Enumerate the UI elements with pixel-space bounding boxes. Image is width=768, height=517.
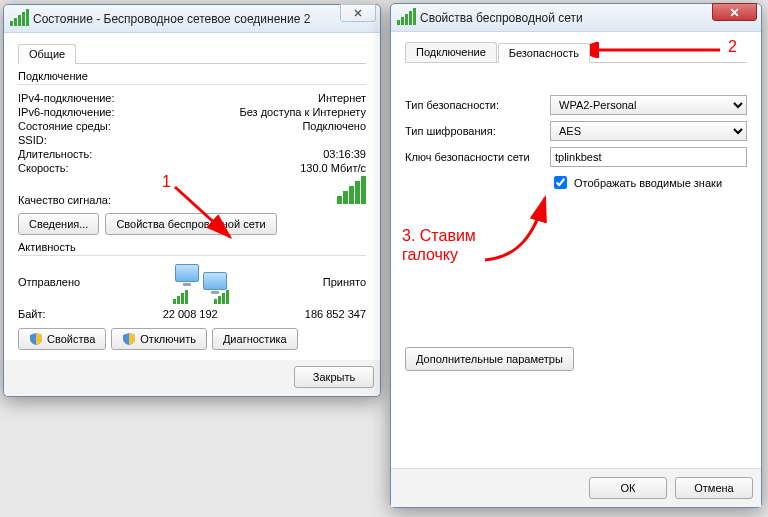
shield-icon: [29, 332, 43, 346]
activity-icon: [171, 262, 231, 302]
signal-bars-icon: [337, 176, 366, 206]
shield-icon: [122, 332, 136, 346]
row-signal: Качество сигнала:: [18, 175, 366, 207]
network-key-input[interactable]: [550, 147, 747, 167]
properties-button[interactable]: Свойства: [18, 328, 106, 350]
received-label: Принято: [323, 276, 366, 288]
diagnose-button[interactable]: Диагностика: [212, 328, 298, 350]
tab-connection[interactable]: Подключение: [405, 42, 497, 62]
status-titlebar[interactable]: Состояние - Беспроводное сетевое соедине…: [4, 5, 380, 33]
bytes-label: Байт:: [18, 308, 46, 320]
security-type-label: Тип безопасности:: [405, 99, 550, 111]
sent-bytes: 22 008 192: [163, 308, 218, 320]
section-activity-title: Активность: [18, 241, 366, 253]
properties-window: Свойства беспроводной сети Подключение Б…: [390, 3, 762, 508]
encryption-type-select[interactable]: AES: [550, 121, 747, 141]
ipv4-label: IPv4-подключение:: [18, 92, 115, 104]
media-label: Состояние среды:: [18, 120, 111, 132]
section-connection-title: Подключение: [18, 70, 366, 82]
tab-general[interactable]: Общие: [18, 44, 76, 64]
status-title: Состояние - Беспроводное сетевое соедине…: [33, 12, 310, 26]
properties-tabs: Подключение Безопасность: [405, 42, 747, 63]
row-speed: Скорость: 130.0 Мбит/с: [18, 161, 366, 175]
details-button[interactable]: Сведения...: [18, 213, 99, 235]
row-network-key: Ключ безопасности сети: [405, 147, 747, 167]
row-ssid: SSID:: [18, 133, 366, 147]
ssid-label: SSID:: [18, 134, 47, 146]
ipv6-label: IPv6-подключение:: [18, 106, 115, 118]
row-duration: Длительность: 03:16:39: [18, 147, 366, 161]
show-chars-checkbox[interactable]: [554, 176, 567, 189]
close-button[interactable]: Закрыть: [294, 366, 374, 388]
disable-button[interactable]: Отключить: [111, 328, 207, 350]
sent-label: Отправлено: [18, 276, 80, 288]
recv-bytes: 186 852 347: [305, 308, 366, 320]
cancel-button[interactable]: Отмена: [675, 477, 753, 499]
status-tabs: Общие: [18, 43, 366, 64]
security-type-select[interactable]: WPA2-Personal: [550, 95, 747, 115]
row-encryption-type: Тип шифрования: AES: [405, 121, 747, 141]
ipv6-value: Без доступа к Интернету: [239, 106, 366, 118]
speed-label: Скорость:: [18, 162, 69, 174]
speed-value: 130.0 Мбит/с: [300, 162, 366, 174]
wifi-icon: [10, 9, 29, 28]
wifi-properties-button[interactable]: Свойства беспроводной сети: [105, 213, 276, 235]
row-show-chars: Отображать вводимые знаки: [550, 173, 747, 192]
ipv4-value: Интернет: [318, 92, 366, 104]
media-value: Подключено: [302, 120, 366, 132]
row-ipv6: IPv6-подключение: Без доступа к Интернет…: [18, 105, 366, 119]
wifi-icon: [397, 8, 416, 27]
status-window: Состояние - Беспроводное сетевое соедине…: [3, 4, 381, 397]
properties-title: Свойства беспроводной сети: [420, 11, 583, 25]
row-security-type: Тип безопасности: WPA2-Personal: [405, 95, 747, 115]
tab-security[interactable]: Безопасность: [498, 43, 590, 63]
duration-label: Длительность:: [18, 148, 92, 160]
signal-label: Качество сигнала:: [18, 194, 111, 206]
duration-value: 03:16:39: [323, 148, 366, 160]
row-media: Состояние среды: Подключено: [18, 119, 366, 133]
close-button[interactable]: [712, 3, 757, 21]
ok-button[interactable]: ОК: [589, 477, 667, 499]
properties-titlebar[interactable]: Свойства беспроводной сети: [391, 4, 761, 32]
row-ipv4: IPv4-подключение: Интернет: [18, 91, 366, 105]
show-chars-label: Отображать вводимые знаки: [574, 177, 722, 189]
network-key-label: Ключ безопасности сети: [405, 151, 550, 163]
encryption-type-label: Тип шифрования:: [405, 125, 550, 137]
advanced-button[interactable]: Дополнительные параметры: [405, 347, 574, 371]
close-button-small[interactable]: [340, 4, 376, 22]
